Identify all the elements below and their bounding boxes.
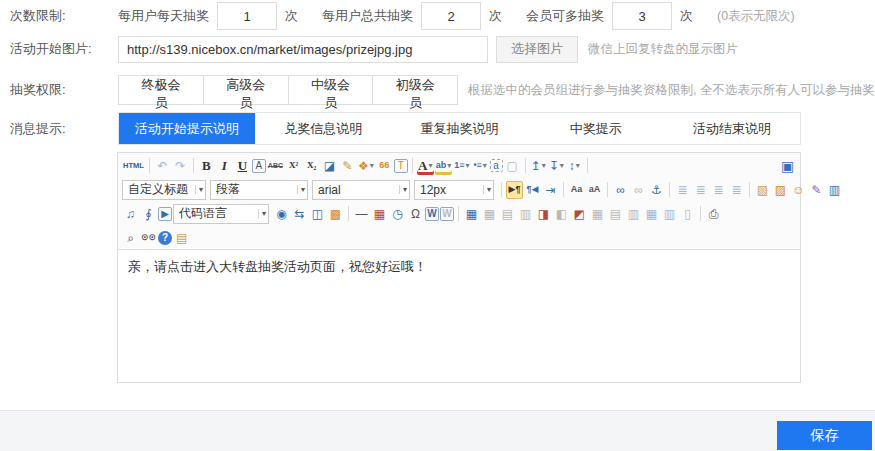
tab-win-prompt[interactable]: 中奖提示 xyxy=(528,113,664,144)
direction-rtl-icon[interactable]: ¶◀ xyxy=(524,181,541,199)
paste-plain-icon[interactable]: T xyxy=(394,159,408,173)
undo-icon[interactable]: ↶ xyxy=(154,157,171,175)
insert-table-icon[interactable]: ▦ xyxy=(463,205,480,223)
blockquote-icon[interactable]: 66 xyxy=(376,157,393,175)
insert-column-icon[interactable]: ◨ xyxy=(535,205,552,223)
auto-typeset-icon[interactable]: ❖ xyxy=(357,157,375,175)
tab-activity-end-note[interactable]: 活动结束说明 xyxy=(664,113,800,144)
align-justify-icon[interactable]: ≣ xyxy=(728,181,745,199)
doc-convert-icon[interactable]: W xyxy=(440,207,454,221)
redo-icon[interactable]: ↷ xyxy=(172,157,189,175)
member-option-junior[interactable]: 初级会员 xyxy=(372,75,458,105)
word-image-icon[interactable]: W xyxy=(425,207,439,221)
insert-row-icon[interactable]: ▥ xyxy=(517,205,534,223)
anchor-icon[interactable]: ⚓ xyxy=(648,181,665,199)
table-props-icon[interactable]: ▦ xyxy=(643,205,660,223)
html-source-icon[interactable]: HTML xyxy=(122,157,145,175)
row-spacing-bottom-icon[interactable]: ↧ xyxy=(548,157,565,175)
per-day-limit-input[interactable] xyxy=(217,2,277,30)
custom-title-select[interactable]: 自定义标题▾ xyxy=(122,180,206,200)
horizontal-rule-icon[interactable]: — xyxy=(353,205,370,223)
special-chars-icon[interactable]: Ω xyxy=(407,205,424,223)
insert-code-icon[interactable]: ◉ xyxy=(273,205,290,223)
italic-icon[interactable]: I xyxy=(216,157,233,175)
member-extra-limit-input[interactable] xyxy=(612,2,672,30)
remove-format-icon[interactable]: ◪ xyxy=(321,157,338,175)
member-option-ultimate[interactable]: 终极会员 xyxy=(118,75,204,105)
page-break-icon[interactable]: ⇆ xyxy=(291,205,308,223)
align-left-icon[interactable]: ≣ xyxy=(674,181,691,199)
total-limit-input[interactable] xyxy=(421,2,481,30)
editor-content[interactable]: 亲，请点击进入大转盘抽奖活动页面，祝您好运哦！ xyxy=(118,249,800,382)
code-language-select-value: 代码语言 xyxy=(179,205,227,222)
align-center-icon[interactable]: ≣ xyxy=(692,181,709,199)
subscript-icon[interactable]: X₂ xyxy=(303,157,320,175)
attachment-icon[interactable]: ∮ xyxy=(140,205,157,223)
music-icon[interactable]: ♫ xyxy=(122,205,139,223)
code-language-select[interactable]: 代码语言▾ xyxy=(173,204,269,224)
start-image-label: 活动开始图片: xyxy=(10,40,118,58)
bold-icon[interactable]: B xyxy=(198,157,215,175)
emotion-icon[interactable]: ☺ xyxy=(790,181,807,199)
help-icon[interactable]: ? xyxy=(158,231,172,245)
link-icon[interactable]: ∞ xyxy=(612,181,629,199)
clear-doc-icon[interactable]: ▢ xyxy=(504,157,521,175)
font-border-icon[interactable]: A xyxy=(252,159,266,173)
paste-icon[interactable]: ▤ xyxy=(173,229,190,247)
member-extra-limit-label: 会员可多抽奖 xyxy=(526,7,604,25)
direction-ltr-icon[interactable]: ▶¶ xyxy=(506,181,523,199)
insert-time-icon[interactable]: ◷ xyxy=(389,205,406,223)
line-height-icon[interactable]: ↕ xyxy=(566,157,583,175)
ordered-list-icon[interactable]: 1≡ xyxy=(453,157,470,175)
superscript-icon[interactable]: X² xyxy=(285,157,302,175)
insert-image-icon[interactable]: ▨ xyxy=(772,181,789,199)
format-painter-icon[interactable]: ✎ xyxy=(339,157,356,175)
dropdown-arrow-icon: ▾ xyxy=(258,209,266,218)
paragraph-select[interactable]: 段落▾ xyxy=(210,180,308,200)
insert-date-icon[interactable]: ▦ xyxy=(371,205,388,223)
tab-redeem-info-note[interactable]: 兑奖信息说明 xyxy=(255,113,391,144)
tab-repeat-draw-note[interactable]: 重复抽奖说明 xyxy=(391,113,527,144)
delete-column-icon[interactable]: ◩ xyxy=(571,205,588,223)
choose-image-button[interactable]: 选择图片 xyxy=(496,36,578,63)
background-color-icon[interactable]: ab xyxy=(435,157,453,175)
insert-media-icon[interactable]: ▶ xyxy=(158,207,172,221)
insert-template-icon[interactable]: ◫ xyxy=(309,205,326,223)
select-all-icon[interactable]: a xyxy=(490,159,503,172)
font-family-select[interactable]: arial▾ xyxy=(312,180,410,200)
delete-table-icon[interactable]: ▦ xyxy=(481,205,498,223)
indent-icon[interactable]: ⇥ xyxy=(542,181,559,199)
font-color-icon[interactable]: A xyxy=(417,157,434,175)
print-icon[interactable]: ⎙ xyxy=(705,205,722,223)
underline-icon[interactable]: U xyxy=(234,157,251,175)
insert-video-icon[interactable]: ▥ xyxy=(826,181,843,199)
align-right-icon[interactable]: ≣ xyxy=(710,181,727,199)
merge-cells-icon[interactable]: ▦ xyxy=(589,205,606,223)
table-header-icon[interactable]: ▤ xyxy=(499,205,516,223)
scrawl-icon[interactable]: ✎ xyxy=(808,181,825,199)
row-spacing-top-icon[interactable]: ↥ xyxy=(530,157,547,175)
member-option-intermediate[interactable]: 中级会员 xyxy=(288,75,374,105)
strikethrough-icon[interactable]: ABC xyxy=(267,157,284,175)
image-url-input[interactable] xyxy=(118,36,488,63)
background-icon[interactable]: ▩ xyxy=(327,205,344,223)
image-icon[interactable]: ▧ xyxy=(754,181,771,199)
split-row-icon[interactable]: ▤ xyxy=(607,205,624,223)
delete-row-icon[interactable]: ◧ xyxy=(553,205,570,223)
split-column-icon[interactable]: ▥ xyxy=(625,205,642,223)
tab-activity-start-note[interactable]: 活动开始提示说明 xyxy=(119,113,255,144)
dropdown-arrow-icon: ▾ xyxy=(297,185,305,194)
cell-props-icon[interactable]: ▥ xyxy=(661,205,678,223)
new-document-icon[interactable]: ▯ xyxy=(679,205,696,223)
font-size-select[interactable]: 12px▾ xyxy=(414,180,494,200)
member-option-senior[interactable]: 高级会员 xyxy=(203,75,289,105)
search-replace-icon[interactable]: ⊙⊙ xyxy=(140,229,157,247)
permission-note: 根据选中的会员组进行参与抽奖资格限制, 全不选表示所有人可以参与抽奖 xyxy=(468,82,875,99)
case-upper-icon[interactable]: Aa xyxy=(568,181,585,199)
unlink-icon[interactable]: ∞ xyxy=(630,181,647,199)
preview-icon[interactable]: ⌕ xyxy=(122,229,139,247)
case-lower-icon[interactable]: aA xyxy=(586,181,603,199)
unordered-list-icon[interactable]: •≡ xyxy=(472,157,489,175)
save-button[interactable]: 保存 xyxy=(777,421,872,450)
fullscreen-icon[interactable]: ▣ xyxy=(779,157,796,175)
